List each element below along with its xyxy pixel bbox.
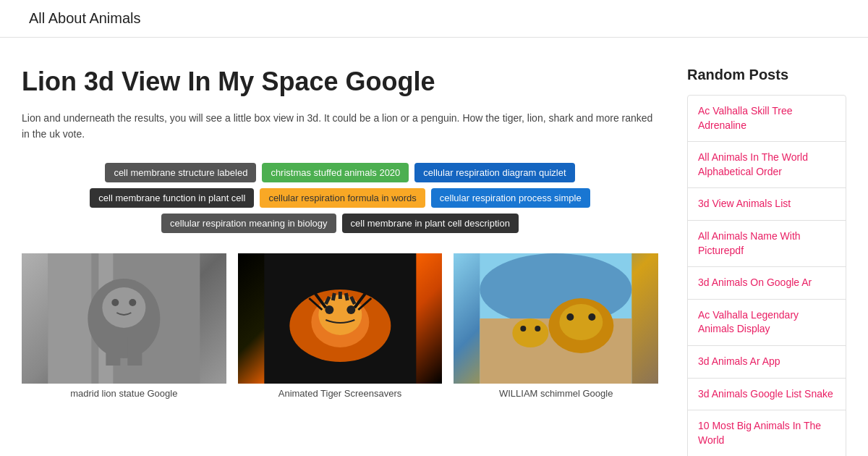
tag-item[interactable]: cellular respiration meaning in biology xyxy=(161,214,336,233)
sidebar-item-link[interactable]: Ac Valhalla Skill Tree Adrenaline xyxy=(698,105,792,131)
image-placeholder xyxy=(238,253,443,384)
sidebar-item[interactable]: Ac Valhalla Skill Tree Adrenaline xyxy=(688,96,846,142)
svg-point-24 xyxy=(535,326,541,332)
svg-rect-8 xyxy=(127,337,142,366)
tag-item[interactable]: cell membrane in plant cell description xyxy=(342,214,519,233)
sidebar: Random Posts Ac Valhalla Skill Tree Adre… xyxy=(687,67,846,456)
sidebar-item[interactable]: All Animals Name With Picturepdf xyxy=(688,221,846,267)
svg-point-21 xyxy=(589,313,596,321)
tags-section: cell membrane structure labeledchristmas… xyxy=(22,163,658,233)
image-card: madrid lion statue Google xyxy=(22,253,226,403)
sidebar-item[interactable]: 10 Most Big Animals In The World xyxy=(688,410,846,456)
image-placeholder xyxy=(22,253,226,384)
svg-rect-7 xyxy=(106,337,120,366)
svg-point-23 xyxy=(521,326,527,332)
image-card: WILLIAM schimmel Google xyxy=(454,253,658,403)
sidebar-item[interactable]: 3d Animals Ar App xyxy=(688,346,846,379)
image-caption: madrid lion statue Google xyxy=(22,384,226,403)
sidebar-item-link[interactable]: All Animals Name With Picturepdf xyxy=(698,230,801,256)
svg-point-20 xyxy=(567,313,574,321)
image-caption: Animated Tiger Screensavers xyxy=(238,384,443,403)
image-placeholder xyxy=(454,253,658,384)
sidebar-item-link[interactable]: 3d Animals On Google Ar xyxy=(698,276,812,288)
image-caption: WILLIAM schimmel Google xyxy=(454,384,658,403)
sidebar-title: Random Posts xyxy=(687,67,846,83)
sidebar-item[interactable]: All Animals In The World Alphabetical Or… xyxy=(688,142,846,188)
tag-item[interactable]: christmas stuffed animals 2020 xyxy=(262,163,409,182)
tag-item[interactable]: cellular respiration formula in words xyxy=(260,188,425,208)
sidebar-item-link[interactable]: 10 Most Big Animals In The World xyxy=(698,420,821,446)
svg-point-4 xyxy=(102,287,145,328)
sidebar-item-link[interactable]: All Animals In The World Alphabetical Or… xyxy=(698,151,808,177)
sidebar-item-link[interactable]: 3d Animals Google List Snake xyxy=(698,388,833,400)
tag-item[interactable]: cellular respiration process simple xyxy=(431,188,590,208)
svg-rect-1 xyxy=(48,253,91,384)
sidebar-item-link[interactable]: 3d Animals Ar App xyxy=(698,355,780,367)
sidebar-item[interactable]: 3d Animals Google List Snake xyxy=(688,379,846,411)
svg-point-6 xyxy=(129,299,136,306)
svg-point-22 xyxy=(513,318,549,347)
svg-point-5 xyxy=(111,299,119,306)
sidebar-item[interactable]: 3d View Animals List xyxy=(688,188,846,221)
image-card: Animated Tiger Screensavers xyxy=(238,253,443,403)
site-title: All About Animals xyxy=(29,10,141,26)
tag-item[interactable]: cellular respiration diagram quizlet xyxy=(414,163,574,182)
svg-point-12 xyxy=(318,295,362,335)
tag-item[interactable]: cell membrane function in plant cell xyxy=(90,188,254,208)
image-grid: madrid lion statue Google Animated Tiger… xyxy=(22,253,658,403)
sidebar-item-link[interactable]: 3d View Animals List xyxy=(698,198,791,209)
tag-item[interactable]: cell membrane structure labeled xyxy=(105,163,256,182)
sidebar-item[interactable]: 3d Animals On Google Ar xyxy=(688,267,846,300)
site-header: All About Animals xyxy=(0,0,868,38)
post-excerpt: Lion and underneath the results, you wil… xyxy=(22,110,658,143)
sidebar-item[interactable]: Ac Valhalla Legendary Animals Display xyxy=(688,300,846,346)
svg-point-19 xyxy=(560,304,603,340)
sidebar-list: Ac Valhalla Skill Tree AdrenalineAll Ani… xyxy=(687,95,846,456)
sidebar-item-link[interactable]: Ac Valhalla Legendary Animals Display xyxy=(698,309,799,335)
main-content: Lion 3d View In My Space Google Lion and… xyxy=(22,67,658,456)
page-wrapper: Lion 3d View In My Space Google Lion and… xyxy=(7,38,861,456)
post-title: Lion 3d View In My Space Google xyxy=(22,67,658,97)
